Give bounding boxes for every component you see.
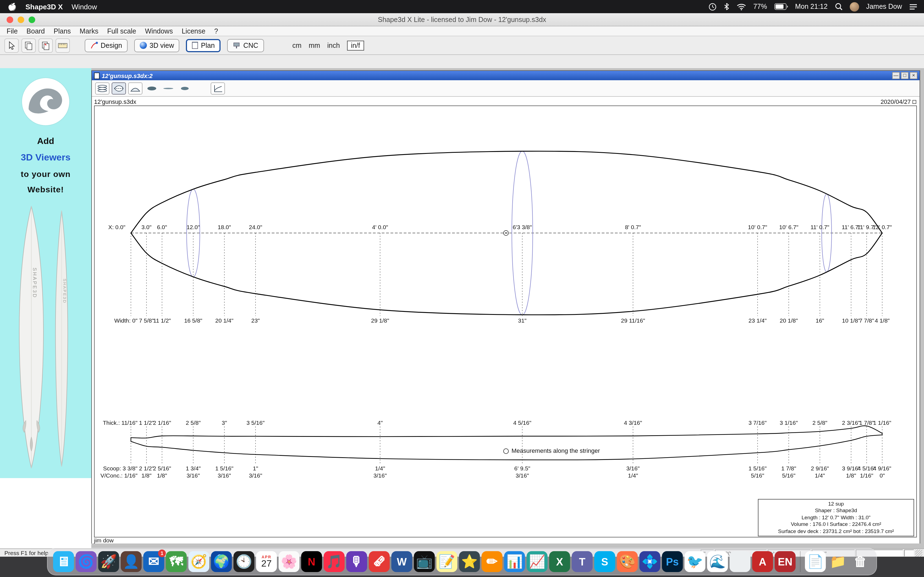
unit-inch-button[interactable]: inch [327, 42, 340, 49]
unit-cm-button[interactable]: cm [292, 42, 301, 49]
minimize-window-button[interactable] [18, 16, 24, 23]
menu-plans[interactable]: Plans [49, 27, 75, 35]
copy-icon[interactable] [21, 38, 36, 53]
slice-thin-icon[interactable] [161, 82, 176, 94]
spotlight-icon[interactable] [835, 3, 842, 10]
zoom-window-button[interactable] [29, 16, 35, 23]
app-menu-bar: FileBoardPlansMarksFull scaleWindowsLice… [0, 26, 924, 36]
paste-icon[interactable] [39, 38, 53, 53]
dock: 🖥🌀🚀👤✉1🗺🧭🌍🕙APR27🌸N🎵🎙🗞W📺📝⭐✏📊📈XTS🎨💠Ps🐦🌊AEN📄… [47, 548, 877, 575]
doc-minimize-button[interactable]: — [892, 72, 900, 79]
dock-icon-shape3d[interactable]: 🌊 [707, 551, 728, 572]
dock-icon-word[interactable]: W [391, 551, 412, 572]
dock-icon-contacts[interactable]: 👤 [121, 551, 142, 572]
board-brand-text: SHAPE3D [62, 279, 67, 304]
document-toolbar [92, 80, 919, 97]
plan-button[interactable]: Plan [186, 39, 221, 52]
info-shaper: Shaper : Shape3d [761, 508, 911, 514]
dock-separator [800, 551, 801, 572]
dock-icon-color-app[interactable]: 🎨 [617, 551, 638, 572]
dock-icon-textedit[interactable]: 📄 [805, 551, 826, 572]
dock-icon-trash[interactable]: 🗑 [850, 551, 871, 572]
plan-view-icon[interactable] [111, 82, 126, 94]
outline-stack-icon[interactable] [95, 82, 110, 94]
menu-board[interactable]: Board [22, 27, 49, 35]
dock-icon-tv[interactable]: 📺 [414, 551, 435, 572]
document-title-bar[interactable]: 12'gunsup.s3dx:2 — □ × [92, 71, 919, 80]
window-title-bar[interactable]: Shape3d X Lite - licensed to Jim Dow - 1… [0, 13, 924, 26]
menu--[interactable]: ? [210, 27, 223, 35]
unit-mm-button[interactable]: mm [309, 42, 320, 49]
dock-icon-excel[interactable]: X [549, 551, 570, 572]
dock-icon-launchpad[interactable]: 🚀 [98, 551, 119, 572]
dock-icon-teams[interactable]: T [572, 551, 593, 572]
dock-icon-clock[interactable]: 🕙 [233, 551, 254, 572]
ad-line-4: Website! [0, 185, 91, 194]
info-volume: Volume : 176.0 l Surface : 22476.4 cm² [761, 521, 911, 528]
dock-icon-pages[interactable]: ✏ [481, 551, 502, 572]
dock-icon-mail[interactable]: ✉1 [143, 551, 164, 572]
dock-icon-acrobat[interactable]: A [752, 551, 773, 572]
menu-marks[interactable]: Marks [75, 27, 103, 35]
board-drawing [92, 97, 919, 543]
unit-in-f-button[interactable]: in/f [347, 40, 364, 50]
menu-full-scale[interactable]: Full scale [103, 27, 141, 35]
design-canvas[interactable]: 12'gunsup.s3dx 2020/04/27 X: 0.0"Width: … [92, 97, 919, 543]
time-machine-icon[interactable] [708, 2, 716, 11]
stringer-note[interactable]: Measurements along the stringer [512, 447, 600, 454]
ruler-icon[interactable] [55, 38, 70, 53]
list-menu-icon[interactable] [909, 3, 918, 10]
cnc-button[interactable]: CNC [228, 39, 264, 52]
dock-icon-google-earth[interactable]: 🌍 [211, 551, 232, 572]
menu-license[interactable]: License [178, 27, 210, 35]
dock-icon-finder[interactable]: 🖥 [53, 551, 74, 572]
dock-icon-safari[interactable]: 🧭 [188, 551, 209, 572]
foil-curve-icon[interactable] [128, 82, 142, 94]
dock-icon-twitter[interactable]: 🐦 [685, 551, 705, 572]
slice-solid-icon[interactable] [145, 82, 159, 94]
graph-icon[interactable] [211, 82, 225, 94]
menubar-menu-window[interactable]: Window [71, 2, 97, 11]
menubar-app-name[interactable]: Shape3D X [25, 2, 63, 11]
resize-grip[interactable] [915, 549, 922, 556]
wifi-icon[interactable] [736, 3, 746, 10]
dock-icon-white-app[interactable] [730, 551, 751, 572]
dock-icon-calendar[interactable]: APR27 [256, 551, 277, 572]
dock-icon-photoshop[interactable]: Ps [662, 551, 683, 572]
status-help-text: Press F1 for help [0, 550, 48, 556]
battery-icon[interactable] [774, 3, 788, 10]
menubar-clock[interactable]: Mon 21:12 [795, 3, 827, 10]
dock-icon-folder[interactable]: 📁 [827, 551, 848, 572]
doc-maximize-button[interactable]: □ [901, 72, 909, 79]
close-window-button[interactable] [6, 16, 13, 23]
apple-menu-icon[interactable]: 🍎 [8, 2, 16, 11]
dock-icon-skype[interactable]: S [594, 551, 615, 572]
3d-view-button[interactable]: 3D view [134, 39, 179, 52]
menu-windows[interactable]: Windows [141, 27, 177, 35]
menubar-user-name[interactable]: James Dow [866, 3, 902, 10]
dock-icon-photos[interactable]: 🌸 [279, 551, 299, 572]
dock-icon-news[interactable]: 🗞 [369, 551, 390, 572]
cursor-icon[interactable] [5, 38, 19, 53]
slice-filled-icon[interactable] [178, 82, 192, 94]
dock-icon-keynote[interactable]: 📊 [504, 551, 525, 572]
sidebar-surfboards-image: SHAPE3D SHAPE3D [0, 201, 82, 472]
dock-icon-endnote[interactable]: EN [775, 551, 796, 572]
document-title: 12'gunsup.s3dx:2 [102, 72, 153, 79]
doc-close-button[interactable]: × [910, 72, 918, 79]
dock-icon-blue-app[interactable]: 💠 [640, 551, 660, 572]
user-avatar[interactable] [850, 2, 859, 11]
dock-icon-star-app[interactable]: ⭐ [459, 551, 480, 572]
dock-icon-podcasts[interactable]: 🎙 [346, 551, 367, 572]
dock-icon-siri[interactable]: 🌀 [76, 551, 97, 572]
dock-icon-notes[interactable]: 📝 [436, 551, 457, 572]
dock-icon-maps[interactable]: 🗺 [166, 551, 187, 572]
bluetooth-icon[interactable] [724, 3, 729, 10]
screen: 🍎 Shape3D X Window 77% Mon 21:12 James D… [0, 0, 924, 577]
dock-icon-music[interactable]: 🎵 [324, 551, 344, 572]
menu-file[interactable]: File [2, 27, 22, 35]
dock-icon-numbers[interactable]: 📈 [527, 551, 548, 572]
design-button[interactable]: Design [85, 39, 128, 52]
sidebar-ad-panel[interactable]: Add 3D Viewers to your own Website! SHAP… [0, 68, 91, 478]
dock-icon-netflix[interactable]: N [301, 551, 322, 572]
